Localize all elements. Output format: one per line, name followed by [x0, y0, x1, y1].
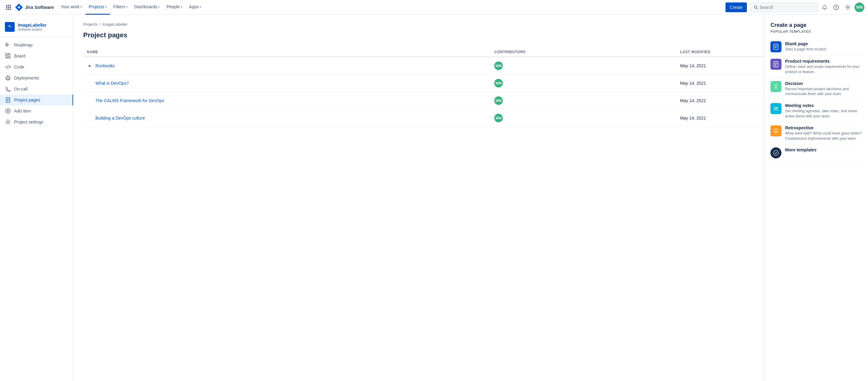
template-item-decision[interactable]: Decision Record important project decisi…	[770, 78, 862, 100]
search-input[interactable]	[760, 5, 814, 10]
page-name-cell: The CALMS Framework for DevOps	[87, 98, 487, 103]
grid-menu-icon[interactable]	[4, 2, 13, 12]
svg-point-24	[8, 76, 8, 77]
code-icon	[5, 64, 11, 70]
svg-rect-8	[10, 8, 11, 10]
template-item-retrospective[interactable]: Retrospective What went well? What could…	[770, 122, 862, 145]
nav-your-work[interactable]: Your work ▾	[58, 0, 85, 15]
create-button[interactable]: Create	[725, 2, 747, 12]
template-icon-blank	[770, 41, 781, 52]
svg-rect-42	[774, 61, 778, 67]
page-link[interactable]: Building a DevOps culture	[95, 116, 145, 121]
right-panel: Create a page POPULAR TEMPLATES Blank pa…	[764, 15, 868, 381]
sidebar-item-project-pages[interactable]: Project pages	[0, 94, 73, 105]
template-icon-product-requirements	[770, 59, 781, 70]
board-icon	[5, 53, 11, 59]
sidebar-item-deployments[interactable]: Deployments	[0, 72, 73, 84]
table-row: Building a DevOps culture WM May 14, 202…	[83, 109, 858, 127]
table-body: ► Runbooks WM May 14, 2021 What is DevOp…	[83, 57, 858, 127]
page-title: Project pages	[83, 31, 127, 39]
svg-line-10	[757, 8, 757, 9]
sidebar-item-oncall[interactable]: On-call	[0, 84, 73, 94]
bell-icon	[822, 5, 827, 10]
svg-rect-3	[6, 7, 7, 8]
sidebar-item-code[interactable]: Code	[0, 61, 73, 72]
sidebar-project-type: Software project	[18, 28, 46, 31]
user-avatar[interactable]: WM	[855, 2, 864, 12]
expand-button[interactable]: ►	[87, 63, 93, 69]
template-item-more-templates[interactable]: More templates	[770, 144, 862, 162]
table-row: What is DevOps? WM May 14, 2021	[83, 74, 858, 92]
template-icon-more-templates	[770, 148, 781, 158]
template-name: Blank page	[785, 41, 827, 46]
template-item-blank[interactable]: Blank page Start a page from scratch.	[770, 38, 862, 56]
page-link[interactable]: Runbooks	[95, 63, 115, 68]
settings-button[interactable]	[843, 2, 853, 12]
svg-point-47	[774, 107, 776, 109]
nav-dashboards[interactable]: Dashboards ▾	[131, 0, 163, 15]
page-name-cell: ► Runbooks	[87, 63, 487, 69]
project-logo-icon	[7, 24, 13, 30]
sidebar-item-label: Add item	[14, 108, 31, 114]
template-info-more-templates: More templates	[785, 148, 817, 153]
templates-list: Blank page Start a page from scratch. Pr…	[770, 38, 862, 162]
template-info-retrospective: Retrospective What went well? What could…	[785, 125, 862, 141]
template-desc: Start a page from scratch.	[785, 47, 827, 52]
svg-rect-4	[8, 7, 9, 8]
page-link[interactable]: What is DevOps?	[95, 81, 129, 86]
nav-people[interactable]: People ▾	[163, 0, 185, 15]
svg-rect-16	[5, 44, 9, 45]
svg-rect-1	[8, 5, 9, 6]
svg-rect-5	[10, 7, 11, 8]
template-name: More templates	[785, 148, 817, 152]
jira-logo[interactable]: Jira Software	[15, 3, 54, 11]
svg-point-49	[774, 151, 778, 155]
svg-line-22	[8, 65, 8, 69]
sidebar-item-label: Roadmap	[14, 42, 33, 47]
pages-icon	[5, 97, 11, 103]
contributor-avatar: WM	[494, 79, 503, 88]
sidebar-item-label: Code	[14, 65, 24, 69]
table-row: The CALMS Framework for DevOps WM May 14…	[83, 92, 858, 109]
col-header-contributors: Contributors	[491, 47, 676, 57]
template-name: Product requirements	[785, 59, 862, 64]
sidebar-item-add-item[interactable]: Add item	[0, 105, 73, 117]
breadcrumb-projects[interactable]: Projects	[83, 22, 98, 27]
top-navigation: Jira Software Your work ▾ Projects ▾ Fil…	[0, 0, 868, 15]
svg-line-28	[7, 77, 8, 79]
search-box[interactable]	[750, 2, 818, 12]
sidebar-item-board[interactable]: Board	[0, 51, 73, 61]
project-icon	[5, 22, 15, 32]
col-header-name: Name	[83, 47, 491, 57]
chevron-down-icon: ▾	[126, 5, 128, 8]
pages-table: Name Contributors Last modified ► Runboo…	[83, 47, 858, 127]
deployments-icon	[5, 75, 11, 81]
template-info-meeting-notes: Meeting notes Set meeting agendas, take …	[785, 103, 862, 119]
template-info-product-requirements: Product requirements Define, track and s…	[785, 59, 862, 74]
main-layout: ImageLabeller Software project Roadmap B…	[0, 15, 868, 381]
template-item-meeting-notes[interactable]: Meeting notes Set meeting agendas, take …	[770, 100, 862, 122]
main-nav: Your work ▾ Projects ▾ Filters ▾ Dashboa…	[58, 0, 724, 15]
contributor-avatar: WM	[494, 114, 503, 122]
nav-filters[interactable]: Filters ▾	[111, 0, 131, 15]
nav-apps[interactable]: Apps ▾	[186, 0, 204, 15]
template-name: Meeting notes	[785, 103, 862, 108]
notifications-button[interactable]	[820, 2, 830, 12]
create-page-title: Create a page	[770, 22, 862, 28]
sidebar-item-label: Project settings	[14, 120, 43, 124]
breadcrumb: Projects / ImageLabeller	[83, 22, 858, 27]
sidebar-item-label: Project pages	[14, 98, 40, 102]
sidebar-item-project-settings[interactable]: Project settings	[0, 117, 73, 128]
logo-text: Jira Software	[25, 5, 54, 10]
nav-projects[interactable]: Projects ▾	[86, 0, 110, 15]
template-icon-retrospective	[770, 125, 781, 136]
template-item-product-requirements[interactable]: Product requirements Define, track and s…	[770, 56, 862, 78]
svg-rect-18	[5, 54, 7, 56]
gear-icon	[845, 5, 850, 10]
chevron-down-icon: ▾	[105, 5, 107, 8]
help-button[interactable]: ?	[831, 2, 841, 12]
page-header: Project pages ···	[83, 30, 858, 40]
sidebar-item-roadmap[interactable]: Roadmap	[0, 39, 73, 51]
page-link[interactable]: The CALMS Framework for DevOps	[95, 98, 164, 103]
contributor-avatar: WM	[494, 96, 503, 105]
